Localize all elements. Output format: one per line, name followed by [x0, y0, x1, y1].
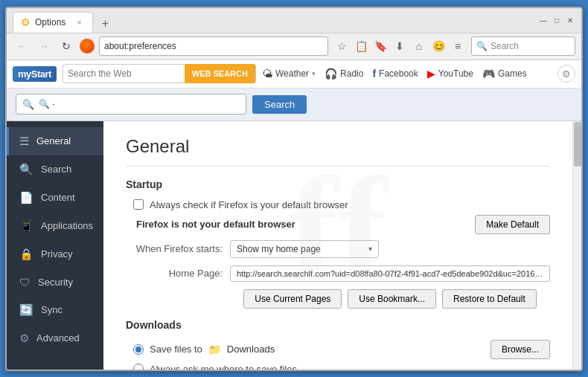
radio-label: Radio — [340, 68, 363, 79]
use-bookmark-button[interactable]: Use Bookmark... — [348, 289, 436, 309]
search-icon: 🔍 — [19, 163, 33, 176]
sidebar-item-applications[interactable]: 📱 Applications — [7, 212, 103, 240]
make-default-button[interactable]: Make Default — [475, 215, 550, 234]
save-files-radio[interactable] — [133, 344, 144, 355]
privacy-icon: 🔒 — [19, 248, 33, 261]
firefox-logo — [80, 39, 95, 54]
bookmark-icon[interactable]: ☆ — [333, 37, 351, 55]
downloads-folder-icon: 📁 — [208, 344, 221, 355]
reader-icon[interactable]: 📋 — [352, 37, 370, 55]
page-title: General — [126, 136, 550, 157]
back-button[interactable]: ← — [13, 37, 31, 55]
sidebar-item-advanced[interactable]: ⚙ Advanced — [7, 324, 103, 352]
not-default-warning-row: Firefox is not your default browser Make… — [133, 215, 550, 234]
downloads-folder-name: Downloads — [227, 344, 275, 355]
forward-button[interactable]: → — [35, 37, 53, 55]
close-window-button[interactable]: ✕ — [565, 15, 575, 25]
reload-button[interactable]: ↻ — [57, 37, 75, 55]
mystart-search-box[interactable]: WEB SEARCH — [63, 64, 256, 83]
pocket-icon[interactable]: 🔖 — [371, 37, 389, 55]
toolbar-icons: ☆ 📋 🔖 ⬇ ⌂ 😊 ≡ — [333, 37, 467, 55]
youtube-label: YouTube — [438, 68, 473, 79]
sidebar-label-applications: Applications — [41, 220, 93, 231]
page-search-box[interactable]: 🔍 — [16, 94, 246, 115]
when-starts-row: When Firefox starts: Show my home page ▾ — [126, 240, 550, 258]
nav-search-box[interactable]: 🔍 Search — [471, 36, 575, 56]
weather-link[interactable]: 🌤 Weather ▾ — [262, 68, 316, 80]
sidebar-label-content: Content — [41, 192, 75, 203]
youtube-icon: ▶ — [427, 68, 435, 80]
home-page-row: Home Page: http://search.searchlf.com?ui… — [126, 265, 550, 282]
not-default-warning-text: Firefox is not your default browser — [136, 219, 295, 230]
sidebar: ☰ General 🔍 Search 📄 Content 📱 Applicati… — [7, 121, 103, 370]
browser-window: ⚙ Options × + — □ ✕ ← → ↻ about:preferen… — [5, 7, 583, 371]
profile-icon[interactable]: 😊 — [429, 37, 447, 55]
page-search-input[interactable] — [39, 99, 240, 109]
mystart-logo: myStart — [13, 66, 57, 82]
security-icon: 🛡 — [19, 276, 31, 289]
games-icon: 🎮 — [482, 68, 495, 80]
sync-icon: 🔄 — [19, 303, 33, 317]
radio-link[interactable]: 🎧 Radio — [325, 68, 363, 80]
games-label: Games — [498, 68, 527, 79]
weather-label: Weather — [275, 68, 309, 79]
page-search-icon: 🔍 — [22, 99, 34, 110]
tab-close-button[interactable]: × — [73, 16, 85, 28]
always-ask-label: Always ask me where to save files — [150, 364, 297, 370]
when-starts-dropdown[interactable]: Show my home page ▾ — [230, 240, 379, 258]
tab-area: ⚙ Options × + — [13, 8, 538, 33]
sidebar-label-security: Security — [38, 277, 73, 288]
default-browser-row: Always check if Firefox is your default … — [133, 199, 550, 210]
browse-button[interactable]: Browse... — [490, 340, 550, 359]
sidebar-item-general[interactable]: ☰ General — [7, 127, 103, 155]
games-link[interactable]: 🎮 Games — [482, 68, 527, 80]
tab-label: Options — [35, 17, 65, 28]
dropdown-arrow-icon: ▾ — [368, 245, 372, 253]
sidebar-item-search[interactable]: 🔍 Search — [7, 155, 103, 184]
home-icon[interactable]: ⌂ — [410, 37, 428, 55]
address-bar[interactable]: about:preferences — [99, 36, 328, 56]
when-starts-value: Show my home page — [237, 244, 321, 254]
home-page-url-field[interactable]: http://search.searchlf.com?uid=d08ffa80-… — [230, 265, 550, 282]
page-search-button[interactable]: Search — [252, 95, 307, 114]
menu-icon[interactable]: ≡ — [449, 37, 467, 55]
sidebar-item-sync[interactable]: 🔄 Sync — [7, 296, 103, 324]
browser-tab[interactable]: ⚙ Options × — [13, 12, 93, 33]
always-ask-radio[interactable] — [133, 364, 144, 370]
weather-icon: 🌤 — [262, 68, 272, 80]
sidebar-label-search: Search — [41, 164, 71, 175]
when-starts-label: When Firefox starts: — [126, 243, 223, 254]
downloads-section-title: Downloads — [126, 319, 550, 331]
maximize-button[interactable]: □ — [552, 15, 562, 25]
sidebar-item-privacy[interactable]: 🔒 Privacy — [7, 240, 103, 268]
tab-icon: ⚙ — [21, 16, 31, 28]
content-icon: 📄 — [19, 191, 33, 204]
startup-section-title: Startup — [126, 178, 550, 190]
restore-to-default-button[interactable]: Restore to Default — [442, 289, 537, 309]
sidebar-item-content[interactable]: 📄 Content — [7, 184, 103, 212]
sidebar-label-sync: Sync — [41, 304, 63, 315]
use-current-pages-button[interactable]: Use Current Pages — [243, 289, 342, 309]
default-browser-checkbox[interactable] — [133, 199, 144, 210]
general-icon: ☰ — [19, 135, 29, 148]
scrollbar-thumb[interactable] — [574, 122, 581, 167]
youtube-link[interactable]: ▶ YouTube — [427, 68, 473, 80]
facebook-link[interactable]: f Facebook — [372, 68, 418, 80]
weather-arrow-icon: ▾ — [312, 70, 316, 77]
radio-icon: 🎧 — [325, 68, 337, 80]
address-text: about:preferences — [104, 41, 176, 51]
section-divider — [126, 166, 550, 167]
window-controls: — □ ✕ — [538, 15, 575, 25]
applications-icon: 📱 — [19, 219, 33, 233]
save-files-label: Save files to — [150, 344, 202, 355]
toolbar-settings-icon[interactable]: ⚙ — [557, 65, 575, 83]
new-tab-button[interactable]: + — [96, 15, 114, 33]
mystart-search-input[interactable] — [63, 68, 185, 79]
scrollbar-track[interactable] — [572, 121, 581, 370]
downloads-section: Downloads Save files to 📁 Downloads Brow… — [126, 319, 550, 370]
web-search-button[interactable]: WEB SEARCH — [185, 64, 255, 83]
sidebar-item-security[interactable]: 🛡 Security — [7, 268, 103, 296]
page-search-bar: 🔍 Search — [7, 88, 581, 121]
minimize-button[interactable]: — — [538, 15, 549, 25]
download-icon[interactable]: ⬇ — [391, 37, 409, 55]
